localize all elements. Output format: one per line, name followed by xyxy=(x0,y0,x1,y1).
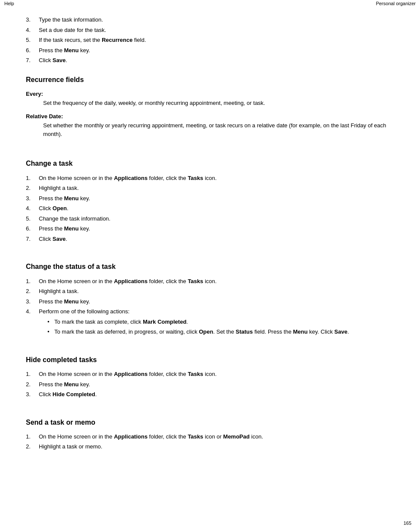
list-item: 2. Press the Menu key. xyxy=(26,380,394,389)
send-task-section: Send a task or memo 1. On the Home scree… xyxy=(26,418,394,451)
list-item: 2. Highlight a task. xyxy=(26,287,394,296)
relative-date-term: Relative Date: xyxy=(26,113,394,120)
relative-date-description: Set whether the monthly or yearly recurr… xyxy=(26,121,394,138)
recurrence-heading: Recurrence fields xyxy=(26,75,394,85)
bullet-item: • To mark the task as deferred, in progr… xyxy=(47,328,394,336)
recurrence-fields-section: Recurrence fields Every: Set the frequen… xyxy=(26,75,394,139)
spacer xyxy=(26,245,394,252)
list-item: 1. On the Home screen or in the Applicat… xyxy=(26,277,394,286)
bullet-item: • To mark the task as complete, click Ma… xyxy=(47,318,394,326)
every-term: Every: xyxy=(26,91,394,97)
spacer xyxy=(26,401,394,407)
header-right: Personal organizer xyxy=(376,1,416,6)
change-task-heading: Change a task xyxy=(26,159,394,168)
list-item: 4. Set a due date for the task. xyxy=(26,26,394,35)
list-item: 4. Perform one of the following actions: xyxy=(26,307,394,316)
header-left: Help xyxy=(4,1,14,6)
page-footer: 165 xyxy=(404,521,411,526)
spacer xyxy=(26,338,394,345)
list-item: 2. Highlight a task or memo. xyxy=(26,442,394,451)
list-item: 4. Click Open. xyxy=(26,204,394,213)
list-item: 3. Type the task information. xyxy=(26,16,394,24)
list-item: 3. Press the Menu key. xyxy=(26,297,394,306)
change-task-section: Change a task 1. On the Home screen or i… xyxy=(26,159,394,243)
hide-completed-section: Hide completed tasks 1. On the Home scre… xyxy=(26,355,394,399)
change-status-heading: Change the status of a task xyxy=(26,262,394,271)
spacer xyxy=(26,142,394,148)
change-status-section: Change the status of a task 1. On the Ho… xyxy=(26,262,394,336)
page-header: Help Personal organizer xyxy=(0,0,420,7)
list-item: 6. Press the Menu key. xyxy=(26,46,394,55)
list-item: 7. Click Save. xyxy=(26,235,394,243)
list-item: 3. Click Hide Completed. xyxy=(26,390,394,399)
list-item: 6. Press the Menu key. xyxy=(26,224,394,233)
list-item: 1. On the Home screen or in the Applicat… xyxy=(26,370,394,379)
page-number: 165 xyxy=(404,521,411,526)
list-item: 7. Click Save. xyxy=(26,56,394,65)
bullet-list: • To mark the task as complete, click Ma… xyxy=(26,318,394,336)
list-item: 5. Change the task information. xyxy=(26,215,394,223)
send-task-heading: Send a task or memo xyxy=(26,418,394,427)
hide-completed-heading: Hide completed tasks xyxy=(26,355,394,365)
list-item: 1. On the Home screen or in the Applicat… xyxy=(26,174,394,183)
page-content: 3. Type the task information. 4. Set a d… xyxy=(0,7,420,470)
list-item: 5. If the task recurs, set the Recurrenc… xyxy=(26,36,394,44)
list-item: 2. Highlight a task. xyxy=(26,184,394,192)
list-item: 1. On the Home screen or in the Applicat… xyxy=(26,432,394,441)
every-description: Set the frequency of the daily, weekly, … xyxy=(26,99,394,107)
intro-list: 3. Type the task information. 4. Set a d… xyxy=(26,16,394,65)
list-item: 3. Press the Menu key. xyxy=(26,194,394,203)
